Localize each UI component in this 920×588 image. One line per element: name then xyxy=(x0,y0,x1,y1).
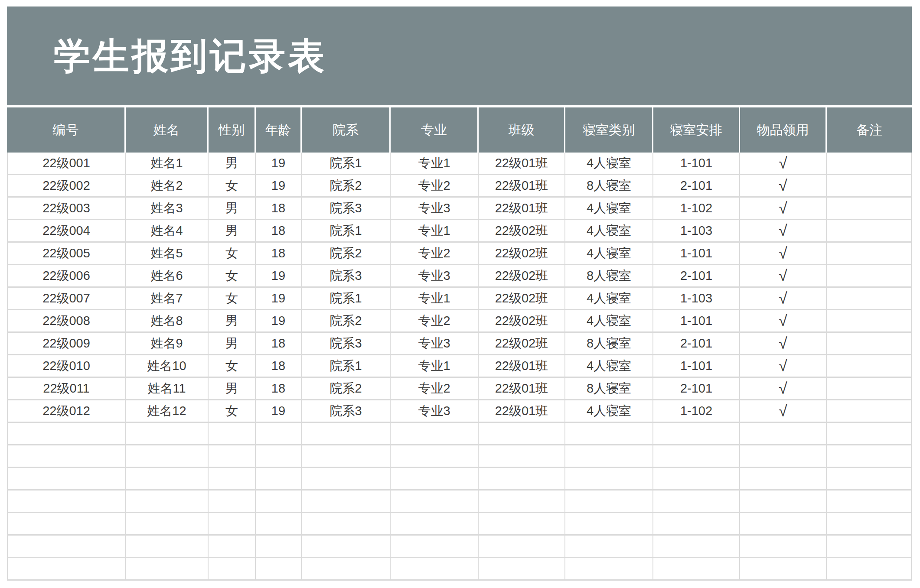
cell-gender[interactable]: 女 xyxy=(209,265,256,288)
cell-id[interactable]: 22级012 xyxy=(7,400,126,423)
cell-major[interactable] xyxy=(391,536,479,558)
cell-dorm-assignment[interactable] xyxy=(653,513,740,536)
cell-name[interactable]: 姓名11 xyxy=(126,378,209,400)
cell-gender[interactable]: 女 xyxy=(209,175,256,198)
cell-gender[interactable]: 男 xyxy=(209,310,256,333)
cell-name[interactable] xyxy=(126,423,209,445)
cell-dorm-assignment[interactable]: 2-101 xyxy=(653,378,740,400)
cell-gender[interactable]: 男 xyxy=(209,198,256,220)
cell-name[interactable]: 姓名10 xyxy=(126,355,209,378)
column-header-dorm-assignment[interactable]: 寝室安排 xyxy=(653,107,740,153)
cell-dorm-assignment[interactable] xyxy=(653,445,740,468)
cell-gender[interactable]: 男 xyxy=(209,153,256,175)
cell-dorm-assignment[interactable]: 1-101 xyxy=(653,355,740,378)
cell-major[interactable]: 专业2 xyxy=(391,243,479,265)
cell-name[interactable]: 姓名4 xyxy=(126,220,209,243)
cell-age[interactable] xyxy=(256,536,302,558)
cell-dorm-type[interactable]: 8人寝室 xyxy=(565,175,653,198)
cell-department[interactable]: 院系2 xyxy=(302,175,391,198)
cell-name[interactable]: 姓名5 xyxy=(126,243,209,265)
cell-class[interactable]: 22级02班 xyxy=(479,265,565,288)
cell-id[interactable]: 22级007 xyxy=(7,288,126,310)
cell-class[interactable] xyxy=(479,536,565,558)
cell-dorm-assignment[interactable]: 1-102 xyxy=(653,198,740,220)
cell-major[interactable]: 专业3 xyxy=(391,265,479,288)
cell-department[interactable] xyxy=(302,445,391,468)
cell-major[interactable] xyxy=(391,513,479,536)
cell-items-received[interactable] xyxy=(740,491,827,513)
cell-gender[interactable]: 女 xyxy=(209,355,256,378)
cell-id[interactable]: 22级006 xyxy=(7,265,126,288)
cell-gender[interactable]: 男 xyxy=(209,220,256,243)
cell-dorm-assignment[interactable] xyxy=(653,558,740,581)
cell-items-received[interactable] xyxy=(740,513,827,536)
cell-id[interactable]: 22级009 xyxy=(7,333,126,355)
cell-remarks[interactable] xyxy=(827,198,912,220)
cell-name[interactable] xyxy=(126,445,209,468)
cell-dorm-type[interactable]: 4人寝室 xyxy=(565,153,653,175)
cell-age[interactable]: 18 xyxy=(256,378,302,400)
cell-class[interactable]: 22级02班 xyxy=(479,333,565,355)
cell-class[interactable]: 22级01班 xyxy=(479,378,565,400)
cell-dorm-type[interactable]: 8人寝室 xyxy=(565,265,653,288)
cell-gender[interactable] xyxy=(209,491,256,513)
cell-id[interactable] xyxy=(7,468,126,491)
cell-gender[interactable] xyxy=(209,423,256,445)
cell-dorm-type[interactable] xyxy=(565,468,653,491)
cell-dorm-assignment[interactable] xyxy=(653,491,740,513)
cell-age[interactable] xyxy=(256,468,302,491)
cell-id[interactable] xyxy=(7,423,126,445)
cell-id[interactable]: 22级001 xyxy=(7,153,126,175)
cell-department[interactable]: 院系1 xyxy=(302,153,391,175)
cell-age[interactable]: 19 xyxy=(256,265,302,288)
cell-age[interactable]: 18 xyxy=(256,220,302,243)
column-header-items-received[interactable]: 物品领用 xyxy=(740,107,827,153)
cell-dorm-assignment[interactable]: 1-103 xyxy=(653,220,740,243)
cell-class[interactable] xyxy=(479,491,565,513)
column-header-remarks[interactable]: 备注 xyxy=(827,107,912,153)
column-header-age[interactable]: 年龄 xyxy=(256,107,302,153)
cell-dorm-type[interactable] xyxy=(565,536,653,558)
cell-name[interactable]: 姓名12 xyxy=(126,400,209,423)
cell-major[interactable]: 专业3 xyxy=(391,333,479,355)
cell-id[interactable]: 22级008 xyxy=(7,310,126,333)
cell-class[interactable]: 22级02班 xyxy=(479,220,565,243)
cell-gender[interactable]: 女 xyxy=(209,243,256,265)
cell-dorm-assignment[interactable] xyxy=(653,536,740,558)
cell-age[interactable]: 19 xyxy=(256,288,302,310)
cell-dorm-assignment[interactable]: 1-103 xyxy=(653,288,740,310)
cell-remarks[interactable] xyxy=(827,153,912,175)
cell-items-received[interactable]: √ xyxy=(740,265,827,288)
cell-major[interactable] xyxy=(391,468,479,491)
cell-major[interactable]: 专业2 xyxy=(391,378,479,400)
cell-dorm-type[interactable]: 4人寝室 xyxy=(565,243,653,265)
cell-dorm-type[interactable]: 4人寝室 xyxy=(565,310,653,333)
cell-id[interactable]: 22级011 xyxy=(7,378,126,400)
cell-age[interactable]: 18 xyxy=(256,355,302,378)
cell-dorm-assignment[interactable]: 1-101 xyxy=(653,310,740,333)
cell-gender[interactable]: 女 xyxy=(209,400,256,423)
cell-dorm-assignment[interactable] xyxy=(653,423,740,445)
cell-remarks[interactable] xyxy=(827,513,912,536)
cell-id[interactable]: 22级004 xyxy=(7,220,126,243)
cell-age[interactable] xyxy=(256,491,302,513)
cell-items-received[interactable]: √ xyxy=(740,333,827,355)
cell-class[interactable] xyxy=(479,423,565,445)
cell-class[interactable] xyxy=(479,445,565,468)
cell-id[interactable] xyxy=(7,445,126,468)
cell-department[interactable]: 院系3 xyxy=(302,333,391,355)
cell-dorm-type[interactable] xyxy=(565,423,653,445)
cell-items-received[interactable]: √ xyxy=(740,153,827,175)
cell-dorm-type[interactable]: 4人寝室 xyxy=(565,400,653,423)
cell-name[interactable] xyxy=(126,468,209,491)
cell-age[interactable]: 19 xyxy=(256,175,302,198)
cell-items-received[interactable] xyxy=(740,536,827,558)
cell-remarks[interactable] xyxy=(827,378,912,400)
column-header-dorm-type[interactable]: 寝室类别 xyxy=(565,107,653,153)
cell-dorm-type[interactable]: 4人寝室 xyxy=(565,198,653,220)
cell-name[interactable]: 姓名3 xyxy=(126,198,209,220)
cell-id[interactable]: 22级002 xyxy=(7,175,126,198)
cell-items-received[interactable] xyxy=(740,558,827,581)
cell-dorm-assignment[interactable]: 1-101 xyxy=(653,153,740,175)
cell-items-received[interactable]: √ xyxy=(740,175,827,198)
